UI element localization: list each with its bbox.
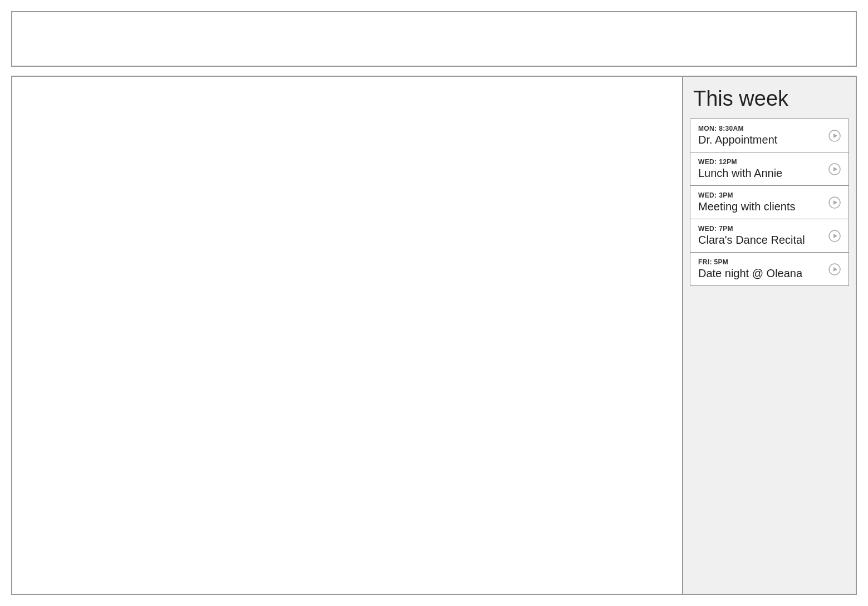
event-time-4: WED: 7PM [698,225,805,233]
event-content-1: MON: 8:30AM Dr. Appointment [698,125,777,146]
event-content-4: WED: 7PM Clara's Dance Recital [698,225,805,247]
event-content-2: WED: 12PM Lunch with Annie [698,158,782,180]
top-panel [11,11,857,67]
event-time-5: FRI: 5PM [698,258,802,266]
svg-marker-1 [833,134,837,138]
event-item-1[interactable]: MON: 8:30AM Dr. Appointment [690,119,849,152]
this-week-heading: This week [683,77,856,119]
event-time-1: MON: 8:30AM [698,125,777,132]
play-icon-5 [828,263,841,275]
events-list: MON: 8:30AM Dr. Appointment WED: 12PM [690,119,849,286]
event-time-3: WED: 3PM [698,191,796,199]
svg-marker-3 [833,167,837,171]
event-item-3[interactable]: WED: 3PM Meeting with clients [690,186,849,219]
event-content-3: WED: 3PM Meeting with clients [698,191,796,213]
event-item-4[interactable]: WED: 7PM Clara's Dance Recital [690,219,849,253]
page-wrapper: This week MON: 8:30AM Dr. Appointment [0,0,868,606]
play-icon-3 [828,196,841,209]
event-content-5: FRI: 5PM Date night @ Oleana [698,258,802,280]
event-title-4: Clara's Dance Recital [698,234,805,247]
svg-marker-7 [833,234,837,238]
event-title-1: Dr. Appointment [698,134,777,146]
event-time-2: WED: 12PM [698,158,782,166]
svg-marker-9 [833,267,837,272]
event-title-5: Date night @ Oleana [698,267,802,280]
play-icon-4 [828,230,841,242]
svg-marker-5 [833,200,837,205]
left-section [12,77,683,594]
event-title-3: Meeting with clients [698,200,796,213]
right-section: This week MON: 8:30AM Dr. Appointment [683,77,856,594]
event-item-5[interactable]: FRI: 5PM Date night @ Oleana [690,253,849,285]
bottom-panel: This week MON: 8:30AM Dr. Appointment [11,76,857,595]
event-item-2[interactable]: WED: 12PM Lunch with Annie [690,152,849,186]
event-title-2: Lunch with Annie [698,167,782,180]
play-icon-2 [828,163,841,175]
play-icon-1 [828,130,841,142]
